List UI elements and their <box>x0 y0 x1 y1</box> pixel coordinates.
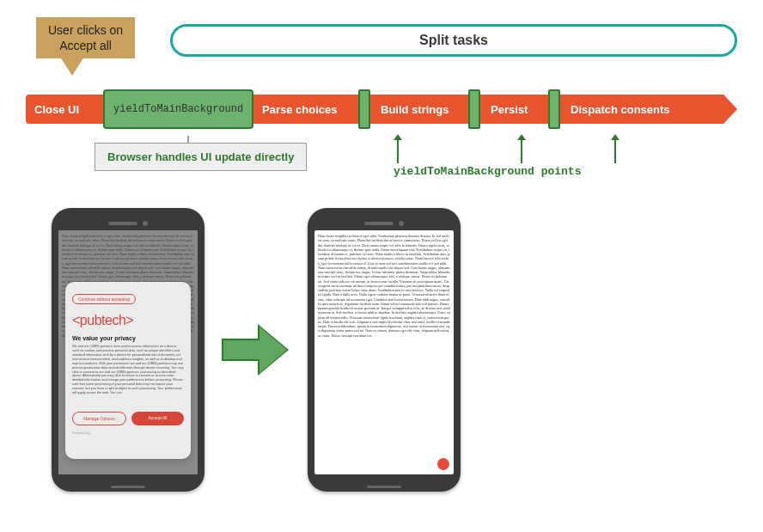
callout-line1: User clicks on <box>48 23 123 37</box>
transition-arrow-icon <box>222 328 290 371</box>
callout-line2: Accept all <box>59 39 112 52</box>
page-content-text: Nunc lacus fringilla facilisis et eget o… <box>314 230 454 474</box>
consent-dialog: Continue without accepting <pubtech> We … <box>65 282 191 459</box>
yield-tick-1 <box>357 95 372 124</box>
segment-close-ui: Close UI <box>26 95 103 124</box>
yield-points-label: yieldToMainBackground points <box>394 165 581 178</box>
fab-icon[interactable] <box>437 458 449 470</box>
segment-yield-main: yieldToMainBackground <box>103 89 253 129</box>
timeline-arrowhead <box>723 95 737 124</box>
segment-dispatch: Dispatch consents <box>562 95 723 124</box>
phone-after: Nunc lacus fringilla facilisis et eget o… <box>308 208 461 492</box>
segment-persist: Persist <box>482 95 546 124</box>
continue-without-button[interactable]: Continue without accepting <box>72 294 136 304</box>
yield-tick-2 <box>467 95 482 124</box>
manage-options-button[interactable]: Manage Options <box>72 412 126 425</box>
home-indicator <box>367 486 401 488</box>
split-tasks-pill: Split tasks <box>170 24 737 57</box>
home-indicator <box>111 486 145 488</box>
yield-arrow-2 <box>521 139 522 163</box>
browser-handles-note: Browser handles UI update directly <box>95 143 307 171</box>
phone-before: Nunc lacus fringilla facilisis et eget o… <box>52 208 204 492</box>
accept-all-button[interactable]: Accept All <box>131 412 184 425</box>
powered-by-label: Powered by <box>72 431 184 435</box>
yield-arrow-1 <box>397 139 399 163</box>
yield-tick-3 <box>546 95 562 124</box>
consent-body: We and our (1389) partners store and/or … <box>72 345 184 405</box>
split-tasks-label: Split tasks <box>419 33 488 48</box>
pubtech-logo: <pubtech> <box>72 313 184 328</box>
timeline: Close UI yieldToMainBackground Parse cho… <box>26 95 737 129</box>
user-action-callout: User clicks on Accept all <box>36 17 135 58</box>
segment-parse-choices: Parse choices <box>253 95 357 124</box>
yield-arrow-3 <box>614 139 616 163</box>
browser-note-connector <box>187 136 189 143</box>
callout-tail <box>60 57 84 76</box>
consent-title: We value your privacy <box>72 335 184 341</box>
segment-build-strings: Build strings <box>372 95 467 124</box>
